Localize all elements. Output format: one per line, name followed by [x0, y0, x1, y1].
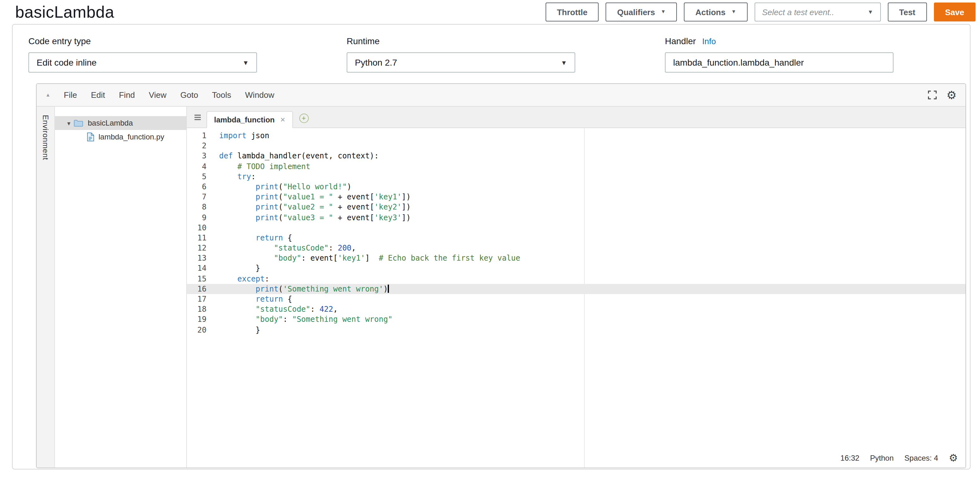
runtime-value: Python 2.7 [355, 57, 397, 68]
code-line-text: } [215, 325, 260, 335]
line-number: 18 [187, 304, 215, 314]
code-line-8[interactable]: 8 print("value2 = " + event['key2']) [187, 202, 966, 212]
code-line-9[interactable]: 9 print("value3 = " + event['key3']) [187, 212, 966, 222]
indent-spaces[interactable]: Spaces: 4 [905, 454, 938, 463]
chevron-down-icon: ▼ [661, 10, 666, 14]
chevron-down-icon: ▼ [731, 10, 736, 14]
code-line-text [215, 222, 219, 233]
line-number: 5 [187, 171, 215, 182]
code-line-text: # TODO implement [215, 161, 310, 171]
code-rows: 1import json23def lambda_handler(event, … [187, 131, 966, 335]
test-button[interactable]: Test [888, 3, 927, 21]
editor-tabbar: lambda_function × + [187, 106, 966, 128]
code-editor-area[interactable]: 1import json23def lambda_handler(event, … [187, 128, 966, 468]
new-tab-plus-icon[interactable]: + [299, 114, 309, 123]
function-name-title: basicLambda [15, 2, 114, 22]
code-line-5[interactable]: 5 try: [187, 171, 966, 182]
menu-tools[interactable]: Tools [205, 90, 239, 100]
code-line-10[interactable]: 10 [187, 222, 966, 233]
function-code-card: Code entry type Edit code inline ▼ Runti… [12, 24, 970, 470]
code-line-14[interactable]: 14 } [187, 263, 966, 273]
test-event-placeholder: Select a test event.. [762, 7, 834, 17]
code-line-text: print("value2 = " + event['key2']) [215, 202, 411, 212]
lambda-console-page: basicLambda Throttle Qualifiers ▼ Action… [0, 0, 980, 484]
test-event-select[interactable]: Select a test event.. ▼ [754, 3, 881, 21]
code-line-text: return { [215, 294, 292, 304]
code-line-text: "body": "Something went wrong" [215, 314, 393, 325]
line-number: 20 [187, 325, 215, 335]
code-line-7[interactable]: 7 print("value1 = " + event['key1']) [187, 192, 966, 202]
fullscreen-icon[interactable] [928, 90, 937, 100]
code-line-6[interactable]: 6 print("Hello world!") [187, 182, 966, 192]
code-line-text: print("Hello world!") [215, 182, 352, 192]
code-line-2[interactable]: 2 [187, 141, 966, 151]
code-line-19[interactable]: 19 "body": "Something went wrong" [187, 314, 966, 325]
code-entry-select[interactable]: Edit code inline ▼ [29, 52, 257, 73]
editor-preferences-gear-icon[interactable]: ⚙ [947, 89, 957, 101]
code-line-12[interactable]: 12 "statusCode": 200, [187, 243, 966, 253]
code-line-3[interactable]: 3def lambda_handler(event, context): [187, 151, 966, 161]
line-number: 15 [187, 273, 215, 284]
line-number: 10 [187, 222, 215, 233]
editor-statusbar: 16:32 Python Spaces: 4 ⚙ [840, 453, 958, 463]
throttle-button[interactable]: Throttle [546, 3, 599, 21]
line-number: 6 [187, 182, 215, 192]
tab-label: lambda_function [214, 115, 275, 124]
code-config-row: Code entry type Edit code inline ▼ Runti… [13, 35, 970, 73]
menu-window[interactable]: Window [238, 90, 281, 100]
line-number: 4 [187, 161, 215, 171]
code-line-text: "statusCode": 200, [215, 243, 356, 253]
code-line-text: return { [215, 233, 292, 243]
code-line-text: print('Something went wrong') [215, 284, 389, 294]
code-line-13[interactable]: 13 "body": event['key1'] # Echo back the… [187, 253, 966, 263]
tree-folder-row[interactable]: ▾ basicLambda [55, 116, 186, 130]
handler-input[interactable] [665, 52, 894, 73]
code-line-text: import json [215, 131, 269, 141]
code-line-18[interactable]: 18 "statusCode": 422, [187, 304, 966, 314]
editor-settings-gear-icon[interactable]: ⚙ [949, 453, 958, 463]
menu-edit[interactable]: Edit [84, 90, 112, 100]
code-line-17[interactable]: 17 return { [187, 294, 966, 304]
menubar-items: FileEditFindViewGotoToolsWindow [57, 90, 281, 100]
tab-lambda-function[interactable]: lambda_function × [207, 111, 293, 128]
actions-button[interactable]: Actions ▼ [684, 3, 748, 21]
folder-caret-icon[interactable]: ▾ [64, 120, 74, 127]
qualifiers-button[interactable]: Qualifiers ▼ [606, 3, 677, 21]
folder-name: basicLambda [88, 119, 133, 127]
code-line-4[interactable]: 4 # TODO implement [187, 161, 966, 171]
collapse-editor-icon[interactable]: ▲ [39, 92, 57, 98]
menu-goto[interactable]: Goto [173, 90, 205, 100]
editor-body: Environment ▾ basicLambda [37, 106, 966, 468]
file-name: lambda_function.py [99, 133, 164, 141]
line-number: 17 [187, 294, 215, 304]
menu-find[interactable]: Find [112, 90, 142, 100]
line-number: 7 [187, 192, 215, 202]
code-line-1[interactable]: 1import json [187, 131, 966, 141]
code-line-20[interactable]: 20 } [187, 325, 966, 335]
tab-close-icon[interactable]: × [280, 115, 285, 124]
code-line-16[interactable]: 16 print('Something went wrong') [187, 284, 966, 294]
syntax-mode[interactable]: Python [870, 454, 894, 463]
handler-info-link[interactable]: Info [702, 36, 716, 46]
code-line-15[interactable]: 15 except: [187, 273, 966, 284]
line-number: 9 [187, 212, 215, 222]
runtime-label: Runtime [347, 35, 575, 47]
line-number: 1 [187, 131, 215, 141]
menu-view[interactable]: View [142, 90, 173, 100]
line-number: 19 [187, 314, 215, 325]
folder-icon [74, 119, 83, 127]
code-line-11[interactable]: 11 return { [187, 233, 966, 243]
actions-label: Actions [695, 7, 725, 17]
tab-list-icon[interactable] [194, 113, 201, 121]
cursor-position[interactable]: 16:32 [840, 454, 859, 463]
environment-tab[interactable]: Environment [41, 115, 50, 468]
line-number: 12 [187, 243, 215, 253]
line-number: 2 [187, 141, 215, 151]
code-line-text: "statusCode": 422, [215, 304, 338, 314]
runtime-select[interactable]: Python 2.7 ▼ [347, 52, 575, 73]
editor-menubar: ▲ FileEditFindViewGotoToolsWindow ⚙ [37, 84, 966, 106]
menu-file[interactable]: File [57, 90, 84, 100]
save-button[interactable]: Save [934, 3, 975, 21]
tree-file-row[interactable]: lambda_function.py [55, 130, 186, 144]
code-line-text: except: [215, 273, 269, 284]
